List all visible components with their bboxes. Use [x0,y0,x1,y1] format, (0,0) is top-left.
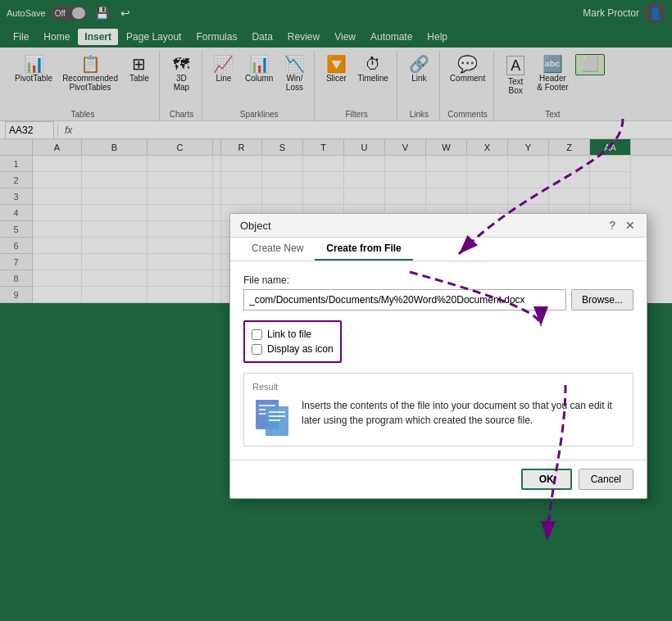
dialog-controls: ? ✕ [607,219,637,232]
svg-rect-7 [269,419,280,421]
file-name-input[interactable] [243,289,566,310]
browse-button[interactable]: Browse... [571,289,633,310]
result-label: Result [252,382,624,392]
tab-create-from-file[interactable]: Create from File [315,238,412,261]
cancel-button[interactable]: Cancel [579,469,633,490]
dialog-body: File name: Browse... Link to file Displa… [230,261,647,460]
checkboxes-box: Link to file Display as icon [243,320,342,363]
display-as-icon-label: Display as icon [267,343,334,355]
display-as-icon-checkbox[interactable] [252,344,262,355]
object-dialog: Object ? ✕ Create New Create from File F… [229,213,647,499]
dialog-overlay[interactable]: Object ? ✕ Create New Create from File F… [0,0,672,621]
svg-rect-6 [269,415,285,417]
result-description: Inserts the contents of the file into yo… [302,398,624,428]
link-to-file-checkbox[interactable] [252,329,262,340]
display-as-icon-row: Display as icon [252,343,334,355]
ok-button[interactable]: OK [521,469,572,490]
dialog-footer: OK Cancel [230,460,647,498]
result-icon [252,398,292,437]
link-to-file-label: Link to file [267,329,311,340]
link-to-file-row: Link to file [252,329,334,340]
result-document-icon [252,398,292,437]
dialog-title: Object [240,220,271,232]
file-name-label: File name: [243,274,633,286]
dialog-close-button[interactable]: ✕ [624,219,637,232]
tab-create-new[interactable]: Create New [240,238,315,261]
checkboxes-container: Link to file Display as icon [243,320,633,363]
result-section: Result [243,373,633,446]
dialog-help-button[interactable]: ? [607,219,617,232]
svg-rect-5 [269,411,285,413]
dialog-title-bar: Object ? ✕ [230,214,647,238]
dialog-tabs: Create New Create from File [230,238,647,261]
result-content: Inserts the contents of the file into yo… [252,398,624,437]
svg-rect-1 [259,405,275,406]
file-name-row: Browse... [243,289,633,310]
